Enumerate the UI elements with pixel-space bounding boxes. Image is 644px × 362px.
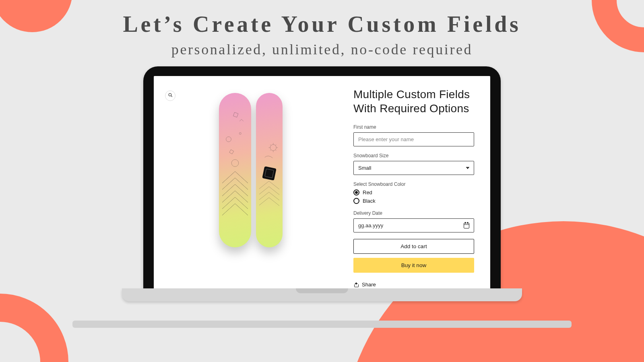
size-label: Snowboard Size	[353, 153, 474, 158]
svg-point-0	[169, 93, 171, 96]
hero-subtitle: personalized, unlimited, no-code require…	[0, 41, 644, 58]
color-option-red[interactable]: Red	[353, 189, 474, 195]
laptop-bezel: Multiple Custom Fields With Required Opt…	[143, 66, 501, 288]
color-option-black[interactable]: Black	[353, 198, 474, 204]
svg-point-4	[239, 132, 241, 134]
decoration-ring-bottom-left	[0, 294, 68, 362]
radio-checked-icon	[353, 189, 359, 195]
product-image	[219, 93, 283, 247]
zoom-button[interactable]	[165, 90, 175, 101]
svg-line-1	[171, 96, 172, 97]
laptop-base	[122, 288, 522, 301]
snowboard-back	[256, 93, 283, 247]
laptop-notch	[296, 288, 348, 293]
first-name-group: First name	[353, 124, 474, 146]
radio-unchecked-icon	[353, 198, 359, 204]
svg-point-3	[226, 137, 231, 142]
delivery-group: Delivery Date gg.aa.yyyy	[353, 210, 474, 232]
first-name-label: First name	[353, 124, 474, 130]
laptop-mockup: Multiple Custom Fields With Required Opt…	[143, 66, 501, 301]
snowboard-front	[219, 93, 251, 247]
delivery-label: Delivery Date	[353, 210, 474, 216]
delivery-date-input[interactable]: gg.aa.yyyy	[353, 218, 474, 232]
first-name-input[interactable]	[353, 132, 474, 146]
product-page: Multiple Custom Fields With Required Opt…	[154, 76, 490, 288]
color-option-label: Black	[363, 198, 376, 204]
calendar-icon	[464, 223, 469, 228]
color-label: Select Snowboard Color	[353, 181, 474, 187]
delivery-placeholder: gg.aa.yyyy	[358, 222, 383, 228]
cube-icon	[262, 166, 277, 181]
color-group: Select Snowboard Color Red Black	[353, 181, 474, 204]
svg-point-6	[231, 160, 239, 167]
laptop-shadow	[72, 321, 572, 328]
svg-rect-2	[233, 112, 238, 117]
share-label: Share	[362, 282, 376, 288]
add-to-cart-button[interactable]: Add to cart	[353, 239, 474, 254]
share-link[interactable]: Share	[353, 282, 474, 288]
product-title: Multiple Custom Fields With Required Opt…	[353, 87, 474, 115]
hero-title: Let’s Create Your Custom Fields	[0, 11, 644, 37]
search-icon	[168, 93, 173, 99]
hero: Let’s Create Your Custom Fields personal…	[0, 11, 644, 58]
product-actions: Add to cart Buy it now	[353, 239, 474, 273]
color-option-label: Red	[363, 189, 372, 195]
size-select[interactable]: Small	[353, 161, 474, 175]
svg-rect-5	[229, 150, 234, 154]
product-form: Multiple Custom Fields With Required Opt…	[353, 87, 474, 288]
buy-now-button[interactable]: Buy it now	[353, 258, 474, 273]
share-icon	[353, 282, 359, 287]
size-group: Snowboard Size Small	[353, 153, 474, 175]
product-media	[162, 87, 340, 288]
